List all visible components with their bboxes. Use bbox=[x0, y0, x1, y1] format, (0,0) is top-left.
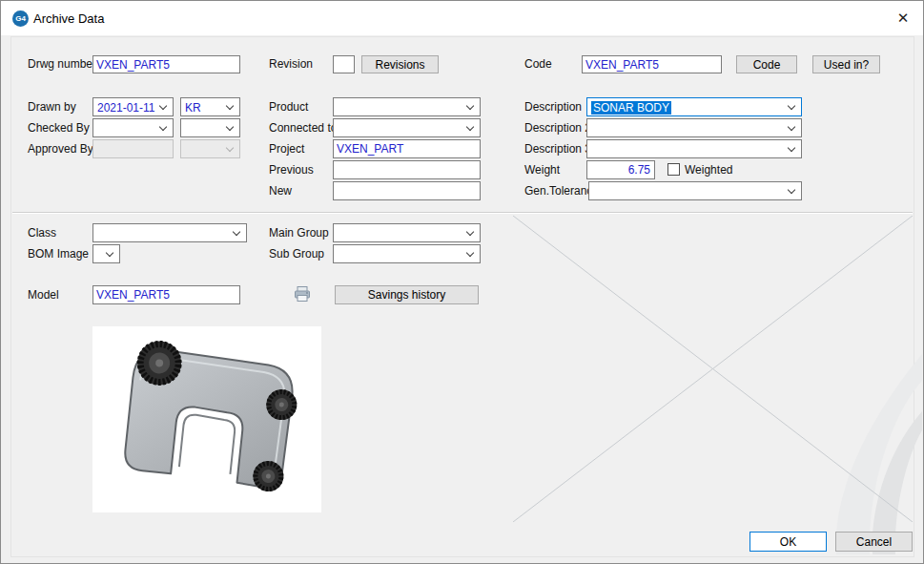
new-label: New bbox=[269, 185, 292, 198]
bom-image-label: BOM Image bbox=[28, 248, 89, 261]
description2-combo[interactable] bbox=[586, 118, 802, 137]
description2-label: Description 2 bbox=[524, 122, 591, 135]
description3-label: Description 3 bbox=[524, 143, 591, 156]
model-input[interactable] bbox=[92, 285, 240, 304]
chevron-down-icon bbox=[226, 123, 234, 131]
chevron-down-icon bbox=[788, 102, 795, 110]
revision-input[interactable] bbox=[333, 55, 355, 73]
class-combo[interactable] bbox=[92, 223, 247, 242]
weight-label: Weight bbox=[524, 164, 560, 177]
previous-input[interactable] bbox=[333, 160, 481, 179]
ok-button[interactable]: OK bbox=[749, 532, 827, 552]
revision-label: Revision bbox=[269, 58, 313, 71]
separator-line bbox=[12, 212, 913, 214]
product-label: Product bbox=[269, 101, 308, 114]
cancel-button[interactable]: Cancel bbox=[835, 532, 913, 552]
code-label: Code bbox=[524, 58, 552, 71]
new-input[interactable] bbox=[333, 181, 481, 200]
description-combo[interactable]: SONAR BODY bbox=[586, 97, 802, 116]
chevron-down-icon bbox=[788, 144, 795, 152]
drawn-by-date-value: 2021-01-11 bbox=[97, 101, 155, 115]
drwg-number-input[interactable] bbox=[92, 55, 240, 73]
drawn-by-initials-combo[interactable]: KR bbox=[180, 97, 240, 116]
code-button[interactable]: Code bbox=[736, 55, 797, 73]
model-label: Model bbox=[28, 289, 59, 302]
model-preview-image bbox=[92, 326, 321, 512]
description3-combo[interactable] bbox=[586, 139, 802, 158]
revisions-button[interactable]: Revisions bbox=[361, 55, 439, 73]
weighted-checkbox[interactable] bbox=[667, 163, 680, 176]
archive-data-dialog: G4 Archive Data ✕ Drwg number Revision R… bbox=[0, 0, 924, 564]
window-title: Archive Data bbox=[33, 11, 104, 26]
weight-input[interactable] bbox=[586, 160, 655, 179]
project-input[interactable] bbox=[333, 139, 481, 158]
gen-tolerance-combo[interactable] bbox=[588, 181, 802, 200]
chevron-down-icon bbox=[466, 123, 474, 131]
chevron-down-icon bbox=[159, 123, 167, 131]
app-logo-icon: G4 bbox=[12, 10, 29, 27]
chevron-down-icon bbox=[788, 123, 795, 131]
drawn-by-label: Drawn by bbox=[28, 101, 76, 114]
part-3d-image bbox=[92, 326, 321, 512]
checked-by-label: Checked By bbox=[28, 122, 90, 135]
savings-history-button[interactable]: Savings history bbox=[335, 285, 479, 304]
connected-to-label: Connected to bbox=[269, 122, 337, 135]
chevron-down-icon bbox=[788, 186, 795, 194]
chevron-down-icon bbox=[466, 228, 474, 236]
main-group-combo[interactable] bbox=[333, 223, 481, 242]
drwg-number-label: Drwg number bbox=[28, 58, 96, 71]
connected-to-combo[interactable] bbox=[333, 118, 481, 137]
description-label: Description bbox=[524, 101, 582, 114]
titlebar: G4 Archive Data ✕ bbox=[1, 1, 923, 35]
sub-group-label: Sub Group bbox=[269, 248, 324, 261]
chevron-down-icon bbox=[233, 228, 240, 236]
chevron-down-icon bbox=[226, 144, 234, 152]
chevron-down-icon bbox=[159, 102, 167, 110]
chevron-down-icon bbox=[466, 249, 474, 257]
used-in-button[interactable]: Used in? bbox=[812, 55, 880, 73]
previous-label: Previous bbox=[269, 164, 314, 177]
code-input[interactable] bbox=[582, 55, 722, 73]
approved-by-field bbox=[92, 139, 174, 158]
project-label: Project bbox=[269, 143, 304, 156]
sub-group-combo[interactable] bbox=[333, 244, 481, 263]
description-value: SONAR BODY bbox=[591, 101, 671, 115]
class-label: Class bbox=[28, 227, 56, 240]
printer-icon bbox=[293, 284, 312, 303]
weighted-label: Weighted bbox=[685, 164, 732, 177]
empty-preview-placeholder bbox=[513, 216, 913, 522]
chevron-down-icon bbox=[466, 102, 474, 110]
checked-by-date-combo[interactable] bbox=[92, 118, 174, 137]
bom-image-combo[interactable] bbox=[92, 244, 120, 263]
close-icon[interactable]: ✕ bbox=[883, 1, 923, 35]
chevron-down-icon bbox=[106, 249, 113, 257]
approved-by-combo bbox=[180, 139, 240, 158]
main-group-label: Main Group bbox=[269, 227, 329, 240]
approved-by-label: Approved By bbox=[28, 143, 93, 156]
product-combo[interactable] bbox=[333, 97, 481, 116]
drawn-by-date-combo[interactable]: 2021-01-11 bbox=[92, 97, 174, 116]
chevron-down-icon bbox=[226, 102, 234, 110]
checked-by-initials-combo[interactable] bbox=[180, 118, 240, 137]
drawn-by-initials-value: KR bbox=[185, 101, 201, 115]
